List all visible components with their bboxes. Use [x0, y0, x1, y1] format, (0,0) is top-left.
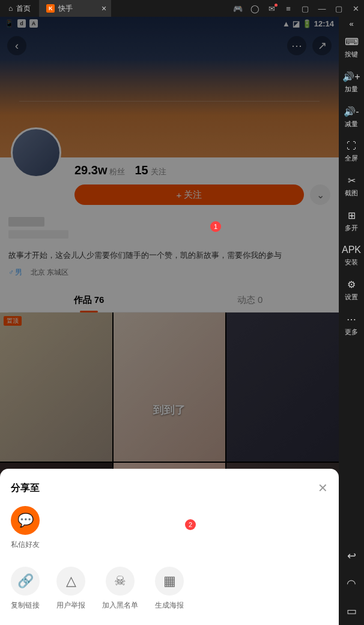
tool-fullscreen[interactable]: ⛶全屏: [339, 135, 364, 169]
report-label: 用户举报: [56, 600, 85, 611]
sheet-close-button[interactable]: ✕: [318, 481, 328, 495]
userid-redacted: [8, 230, 68, 239]
profile-section: 29.3w 粉丝 15 关注 +关注 ⌄ 故事才开始，这会儿人少需要你们随手的一…: [0, 157, 339, 312]
dropdown-button[interactable]: ⌄: [310, 184, 330, 205]
share-dm-label: 私信好友: [11, 540, 40, 550]
window-icon[interactable]: ▢: [297, 0, 314, 17]
apk-icon: APK: [342, 245, 361, 255]
following-label: 关注: [151, 166, 166, 177]
share-sheet: 分享至 ✕ 💬 私信好友 🔗 复制链接 △ 用户举报 ☠ 加入黑名单 ▦: [0, 469, 339, 625]
gamepad-icon[interactable]: 🎮: [229, 0, 246, 17]
fans-count: 29.3w: [74, 163, 107, 177]
keyboard-icon: ⌨: [345, 36, 359, 47]
stats-row: 29.3w 粉丝 15 关注: [74, 163, 330, 177]
more-button[interactable]: ⋯: [287, 36, 306, 55]
pin-badge: 置顶: [4, 316, 22, 326]
bio-text: 故事才开始，这会儿人少需要你们随手的一个赞，凯的新故事，需要你我的参与: [8, 249, 330, 261]
avatar[interactable]: [11, 127, 61, 178]
emulator-right-rail: « ⌨按键 🔊+加量 🔊-减量 ⛶全屏 ✂截图 ⊞多开 APK安装 ⚙设置 ⋯更…: [339, 17, 364, 625]
app-tab-label: 快手: [58, 4, 73, 14]
volume-down-icon: 🔊-: [344, 106, 359, 117]
blacklist-label: 加入黑名单: [102, 600, 138, 611]
gender-badge: ♂ 男: [8, 267, 22, 278]
follow-button[interactable]: +关注: [74, 184, 304, 205]
tool-screenshot[interactable]: ✂截图: [339, 169, 364, 204]
warning-icon: △: [56, 567, 85, 596]
nav-back-icon[interactable]: ↩: [339, 542, 364, 570]
status-tiktok-icon: d: [17, 19, 26, 28]
tab-works[interactable]: 作品 76: [8, 288, 169, 312]
emulator-top-bar: ⌂ 首页 K 快手 × 🎮 ◯ ✉ ≡ ▢ — ▢ ✕: [0, 0, 364, 17]
share-dm[interactable]: 💬 私信好友: [11, 506, 40, 550]
tool-vol-down[interactable]: 🔊-减量: [339, 100, 364, 135]
status-app-icon: 📱: [5, 19, 14, 28]
grid-cell[interactable]: [226, 312, 339, 462]
plus-icon: +: [177, 190, 182, 200]
nav-recent-icon[interactable]: ▭: [339, 597, 364, 625]
action-report[interactable]: △ 用户举报: [56, 567, 85, 611]
phone-stage: 📱 d A ▲ ◪ 🔋 12:14 ‹ ⋯ ↗ 29.3w: [0, 17, 339, 625]
menu-icon[interactable]: ≡: [280, 0, 297, 17]
poster-label: 生成海报: [155, 600, 184, 611]
close-tab-icon[interactable]: ×: [102, 4, 106, 13]
app-tab[interactable]: K 快手 ×: [39, 0, 111, 17]
copy-link-label: 复制链接: [11, 600, 40, 611]
tool-settings[interactable]: ⚙设置: [339, 273, 364, 308]
home-label: 首页: [16, 4, 31, 14]
tool-more[interactable]: ⋯更多: [339, 308, 364, 343]
fans-stat[interactable]: 29.3w 粉丝: [74, 163, 125, 177]
maximize-icon[interactable]: ▢: [330, 0, 347, 17]
gear-icon: ⚙: [347, 279, 356, 290]
close-window-icon[interactable]: ✕: [347, 0, 364, 17]
share-button[interactable]: ↗: [312, 36, 332, 55]
profile-nav: ‹ ⋯ ↗: [0, 34, 339, 58]
cell-caption: 到到了: [153, 403, 186, 417]
collapse-rail-icon[interactable]: «: [339, 17, 364, 30]
chevron-down-icon: ⌄: [317, 189, 324, 201]
status-a-icon: A: [29, 19, 38, 28]
wifi-icon: ▲: [282, 19, 290, 28]
phone-status-bar: 📱 d A ▲ ◪ 🔋 12:14: [0, 17, 339, 30]
battery-icon: 🔋: [302, 19, 312, 28]
fullscreen-icon: ⛶: [347, 141, 356, 151]
action-blacklist[interactable]: ☠ 加入黑名单: [102, 567, 138, 611]
grid-cell[interactable]: 置顶: [0, 312, 112, 462]
tray: 🎮 ◯ ✉ ≡ ▢ — ▢ ✕: [229, 0, 364, 17]
profile-tabs: 作品 76 动态 0: [8, 288, 330, 312]
signal-icon: ◪: [293, 19, 300, 28]
grid-cell[interactable]: 到到了: [114, 312, 226, 462]
meta-row: ♂ 男 北京 东城区: [8, 267, 330, 278]
home-icon: ⌂: [8, 4, 13, 13]
account-icon[interactable]: ◯: [246, 0, 263, 17]
back-button[interactable]: ‹: [7, 36, 26, 55]
kuaishou-icon: K: [46, 4, 55, 13]
nav-home-icon[interactable]: ◠: [339, 570, 364, 597]
location-text: 北京 东城区: [31, 267, 68, 278]
following-count: 15: [135, 163, 148, 177]
chat-icon: 💬: [11, 506, 40, 535]
action-copy-link[interactable]: 🔗 复制链接: [11, 567, 40, 611]
tool-multi[interactable]: ⊞多开: [339, 204, 364, 239]
tool-keys[interactable]: ⌨按键: [339, 30, 364, 65]
fans-label: 粉丝: [109, 166, 125, 177]
home-tab[interactable]: ⌂ 首页: [0, 0, 39, 17]
username-block: [8, 217, 330, 239]
more-icon: ⋯: [347, 314, 356, 325]
minimize-icon[interactable]: —: [314, 0, 330, 17]
volume-up-icon: 🔊+: [342, 71, 360, 82]
mail-icon[interactable]: ✉: [263, 0, 280, 17]
multi-icon: ⊞: [348, 210, 356, 221]
skull-icon: ☠: [106, 567, 135, 596]
scissors-icon: ✂: [348, 175, 356, 186]
sheet-title: 分享至: [11, 482, 40, 495]
tab-moments[interactable]: 动态 0: [169, 288, 330, 312]
following-stat[interactable]: 15 关注: [135, 163, 166, 177]
username-redacted: [8, 217, 44, 227]
action-poster[interactable]: ▦ 生成海报: [155, 567, 184, 611]
link-icon: 🔗: [11, 567, 40, 596]
tool-vol-up[interactable]: 🔊+加量: [339, 65, 364, 100]
tool-install[interactable]: APK安装: [339, 239, 364, 273]
status-time: 12:14: [314, 19, 334, 28]
grid-icon: ▦: [155, 567, 184, 596]
